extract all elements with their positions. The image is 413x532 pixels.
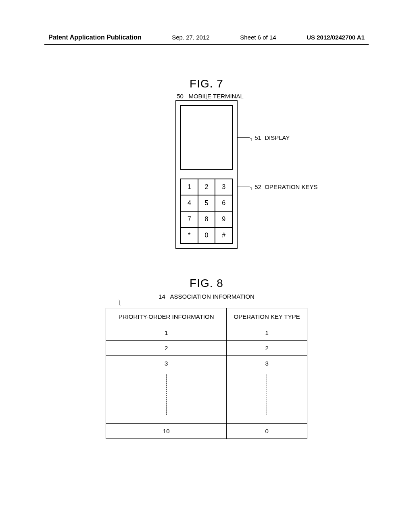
keypad: 1 2 3 4 5 6 7 8 9 * bbox=[180, 179, 233, 244]
association-table: PRIORITY-ORDER INFORMATION OPERATION KEY… bbox=[106, 308, 307, 439]
table-leader-wrap: ⎱ bbox=[106, 300, 307, 305]
publication-number: US 2012/0242700 A1 bbox=[307, 34, 365, 41]
figure-7-title: FIG. 7 bbox=[0, 77, 413, 90]
leader-bracket-14: ⎱ bbox=[118, 299, 121, 305]
key-5: 5 bbox=[198, 195, 215, 211]
key-hash: # bbox=[215, 227, 232, 243]
cell-key: 1 bbox=[227, 325, 307, 341]
vertical-ellipsis-icon bbox=[267, 374, 267, 415]
table-row: 2 2 bbox=[106, 341, 307, 356]
cell-priority: 1 bbox=[106, 325, 227, 341]
cell-priority: 2 bbox=[106, 341, 227, 356]
ref-14-label-line: 14 ASSOCIATION INFORMATION bbox=[0, 293, 413, 300]
key-7: 7 bbox=[181, 211, 198, 227]
publication-label: Patent Application Publication bbox=[48, 34, 142, 41]
ref-14-number: 14 bbox=[159, 293, 165, 300]
leader-curve-51: ╮ bbox=[250, 136, 253, 141]
ref-51-number: 51 bbox=[254, 134, 261, 141]
header-rule bbox=[44, 44, 369, 45]
cell-key: 2 bbox=[227, 341, 307, 356]
leader-curve-52: ╮ bbox=[250, 185, 253, 190]
ref-50-number: 50 bbox=[177, 93, 184, 100]
key-9: 9 bbox=[215, 211, 232, 227]
table-row: 3 3 bbox=[106, 356, 307, 371]
cell-priority: 3 bbox=[106, 356, 227, 371]
cell-priority-ellipsis bbox=[106, 371, 227, 424]
table-header-row: PRIORITY-ORDER INFORMATION OPERATION KEY… bbox=[106, 308, 307, 325]
key-2: 2 bbox=[198, 179, 215, 195]
leader-line-52 bbox=[238, 187, 250, 187]
publication-date: Sep. 27, 2012 bbox=[172, 34, 209, 41]
ref-52-text: OPERATION KEYS bbox=[265, 183, 317, 190]
figure-7: FIG. 7 50 MOBILE TERMINAL ⎱ 1 2 3 4 5 6 bbox=[0, 77, 413, 249]
key-4: 4 bbox=[181, 195, 198, 211]
leader-bracket-50: ⎱ bbox=[205, 93, 208, 100]
sheet-number: Sheet 6 of 14 bbox=[240, 34, 276, 41]
ref-52-number: 52 bbox=[254, 183, 261, 190]
key-8: 8 bbox=[198, 211, 215, 227]
cell-key-ellipsis bbox=[227, 371, 307, 424]
cell-key: 3 bbox=[227, 356, 307, 371]
cell-key: 0 bbox=[227, 424, 307, 439]
leader-line-51 bbox=[238, 137, 250, 138]
header-priority-order: PRIORITY-ORDER INFORMATION bbox=[106, 308, 227, 325]
callout-51: ╮ 51 DISPLAY bbox=[250, 134, 290, 141]
table-row: 1 1 bbox=[106, 325, 307, 341]
vertical-ellipsis-icon bbox=[166, 374, 167, 415]
header-operation-key-type: OPERATION KEY TYPE bbox=[227, 308, 307, 325]
mobile-terminal-body: 1 2 3 4 5 6 7 8 9 * bbox=[175, 100, 238, 249]
ref-51-text: DISPLAY bbox=[265, 134, 290, 141]
table-row: 10 0 bbox=[106, 424, 307, 439]
page-header: Patent Application Publication Sep. 27, … bbox=[0, 0, 413, 44]
mobile-terminal-diagram: ⎱ 1 2 3 4 5 6 7 8 bbox=[175, 100, 238, 249]
ref-14-text: ASSOCIATION INFORMATION bbox=[170, 293, 254, 300]
key-1: 1 bbox=[181, 179, 198, 195]
display-area bbox=[180, 105, 233, 170]
cell-priority: 10 bbox=[106, 424, 227, 439]
ref-50-text: MOBILE TERMINAL bbox=[188, 93, 243, 100]
key-0: 0 bbox=[198, 227, 215, 243]
key-3: 3 bbox=[215, 179, 232, 195]
callout-52: ╮ 52 OPERATION KEYS bbox=[250, 183, 318, 190]
key-6: 6 bbox=[215, 195, 232, 211]
figure-8: FIG. 8 14 ASSOCIATION INFORMATION ⎱ PRIO… bbox=[0, 277, 413, 439]
key-star: * bbox=[181, 227, 198, 243]
figure-8-title: FIG. 8 bbox=[0, 277, 413, 290]
table-ellipsis-row bbox=[106, 371, 307, 424]
